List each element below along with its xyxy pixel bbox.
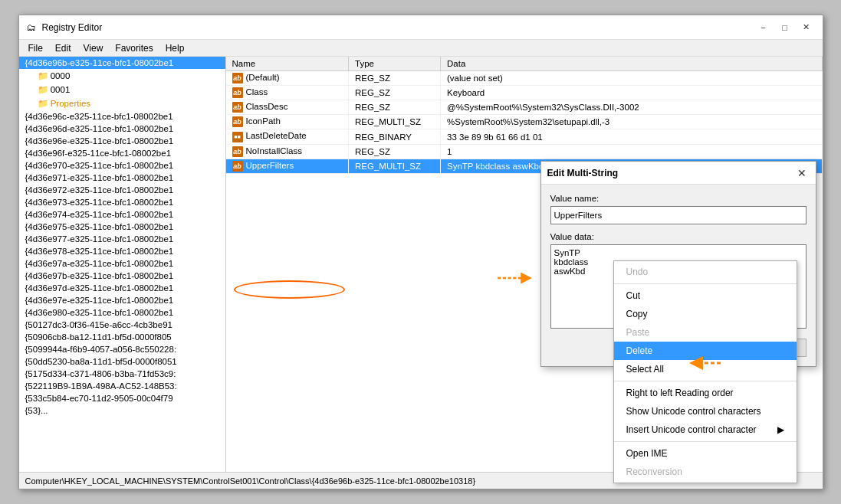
reg-icon: ab <box>232 73 243 83</box>
value-data-label: Value data: <box>550 232 807 241</box>
window-controls: − □ ✕ <box>754 20 816 35</box>
window-title: Registry Editor <box>42 22 754 33</box>
context-menu: Undo Cut Copy Paste Delete Select All Ri… <box>613 260 797 483</box>
reg-name-upperfilters: abUpperFilters <box>226 159 349 174</box>
ctx-open-ime[interactable]: Open IME <box>614 444 797 463</box>
ctx-undo: Undo <box>614 263 797 281</box>
menu-edit[interactable]: Edit <box>49 41 77 55</box>
tree-item-root[interactable]: {4d36e96b-e325-11ce-bfc1-08002be1 <box>19 57 225 69</box>
reg-data: Keyboard <box>441 86 823 100</box>
reg-icon: ab <box>232 161 243 172</box>
tree-item-50127[interactable]: {50127dc3-0f36-415e-a6cc-4cb3be91 <box>19 319 225 331</box>
tree-item-0001[interactable]: 📁 0001 <box>19 83 225 97</box>
ctx-rtl[interactable]: Right to left Reading order <box>614 384 797 402</box>
reg-name: ■■LastDeleteDate <box>226 129 349 145</box>
app-icon: 🗂 <box>25 21 38 34</box>
value-name-label: Value name: <box>550 194 807 203</box>
tree-item-97b[interactable]: {4d36e97b-e325-11ce-bfc1-08002be1 <box>19 270 225 282</box>
menu-view[interactable]: View <box>77 41 110 55</box>
tree-item-50dd5[interactable]: {50dd5230-ba8a-11d1-bf5d-0000f8051 <box>19 355 225 368</box>
tree-item-97e[interactable]: {4d36e97e-e325-11ce-bfc1-08002be1 <box>19 294 225 306</box>
dialog-title-text: Edit Multi-String <box>547 168 794 178</box>
tree-item-971[interactable]: {4d36e971-e325-11ce-bfc1-08002be1 <box>19 172 225 184</box>
tree-item-50999[interactable]: {5099944a-f6b9-4057-a056-8c550228: <box>19 343 225 355</box>
col-data: Data <box>441 57 823 71</box>
ctx-delete[interactable]: Delete <box>614 342 797 360</box>
reg-type: REG_BINARY <box>349 129 441 145</box>
tree-item-96f[interactable]: {4d36e96f-e325-11ce-bfc1-08002be1 <box>19 147 225 159</box>
table-row[interactable]: abClassDesc REG_SZ @%SystemRoot%\System3… <box>226 100 823 115</box>
tree-item-97a[interactable]: {4d36e97a-e325-11ce-bfc1-08002be1 <box>19 257 225 270</box>
tree-item-50906[interactable]: {50906cb8-ba12-11d1-bf5d-0000f805 <box>19 331 225 343</box>
tree-item-52211[interactable]: {522119B9-1B9A-498A-AC52-148B53: <box>19 380 225 392</box>
dialog-title-bar: Edit Multi-String ✕ <box>541 162 816 185</box>
reg-name: abIconPath <box>226 115 349 129</box>
reg-name: abClassDesc <box>226 100 349 115</box>
menu-help[interactable]: Help <box>159 41 191 55</box>
menu-bar: File Edit View Favorites Help <box>19 40 823 57</box>
dialog-close-button[interactable]: ✕ <box>794 165 810 181</box>
reg-type-upperfilters: REG_MULTI_SZ <box>349 159 441 174</box>
registry-table: Name Type Data ab(Default) REG_SZ (value… <box>226 57 823 174</box>
minimize-button[interactable]: − <box>754 20 774 35</box>
tree-panel[interactable]: {4d36e96b-e325-11ce-bfc1-08002be1 📁 0000… <box>19 57 226 472</box>
ctx-sep-1 <box>614 283 797 284</box>
tree-item-975[interactable]: {4d36e975-e325-11ce-bfc1-08002be1 <box>19 221 225 233</box>
reg-name: abClass <box>226 86 349 100</box>
table-row[interactable]: ■■LastDeleteDate REG_BINARY 33 3e 89 9b … <box>226 129 823 145</box>
reg-type: REG_SZ <box>349 145 441 159</box>
table-row[interactable]: abIconPath REG_MULTI_SZ %SystemRoot%\Sys… <box>226 115 823 129</box>
tree-item-978[interactable]: {4d36e978-e325-11ce-bfc1-08002be1 <box>19 245 225 257</box>
reg-name: ab(Default) <box>226 71 349 86</box>
table-row[interactable]: abClass REG_SZ Keyboard <box>226 86 823 100</box>
value-name-input[interactable] <box>550 206 807 224</box>
tree-item-96d[interactable]: {4d36e96d-e325-11ce-bfc1-08002be1 <box>19 123 225 135</box>
reg-data: 33 3e 89 9b 61 66 d1 01 <box>441 129 823 145</box>
reg-data: %SystemRoot%\System32\setupapi.dll,-3 <box>441 115 823 129</box>
ctx-show-unicode[interactable]: Show Unicode control characters <box>614 402 797 421</box>
menu-file[interactable]: File <box>22 41 49 55</box>
reg-icon: ab <box>232 87 243 98</box>
tree-item-96c[interactable]: {4d36e96c-e325-11ce-bfc1-08002be1 <box>19 110 225 123</box>
tree-item-977[interactable]: {4d36e977-e325-11ce-bfc1-08002be1 <box>19 233 225 245</box>
ctx-reconversion: Reconversion <box>614 463 797 481</box>
tree-item-more[interactable]: {53}... <box>19 404 225 417</box>
tree-item-972[interactable]: {4d36e972-e325-11ce-bfc1-08002be1 <box>19 184 225 196</box>
reg-data: 1 <box>441 145 823 159</box>
table-row[interactable]: ab(Default) REG_SZ (value not set) <box>226 71 823 86</box>
ctx-submenu-arrow: ▶ <box>777 424 784 435</box>
maximize-button[interactable]: □ <box>775 20 795 35</box>
status-text: Computer\HKEY_LOCAL_MACHINE\SYSTEM\Contr… <box>25 476 476 486</box>
close-button[interactable]: ✕ <box>797 20 816 35</box>
reg-name: abNoInstallClass <box>226 145 349 159</box>
tree-item-96e[interactable]: {4d36e96e-e325-11ce-bfc1-08002be1 <box>19 135 225 147</box>
ctx-insert-unicode[interactable]: Insert Unicode control character ▶ <box>614 421 797 439</box>
reg-type: REG_SZ <box>349 71 441 86</box>
reg-type: REG_MULTI_SZ <box>349 115 441 129</box>
ctx-copy[interactable]: Copy <box>614 305 797 323</box>
tree-item-974[interactable]: {4d36e974-e325-11ce-bfc1-08002be1 <box>19 208 225 221</box>
reg-data: @%SystemRoot%\System32\SysClass.DII,-300… <box>441 100 823 115</box>
reg-type: REG_SZ <box>349 100 441 115</box>
tree-item-97d[interactable]: {4d36e97d-e325-11ce-bfc1-08002be1 <box>19 282 225 294</box>
reg-icon: ab <box>232 116 243 127</box>
menu-favorites[interactable]: Favorites <box>109 41 159 55</box>
tree-item-973[interactable]: {4d36e973-e325-11ce-bfc1-08002be1 <box>19 196 225 208</box>
tree-item-0000[interactable]: 📁 0000 <box>19 69 225 83</box>
table-row[interactable]: abNoInstallClass REG_SZ 1 <box>226 145 823 159</box>
ctx-cut[interactable]: Cut <box>614 286 797 305</box>
ctx-paste: Paste <box>614 323 797 342</box>
col-name: Name <box>226 57 349 71</box>
reg-type: REG_SZ <box>349 86 441 100</box>
reg-icon: ab <box>232 146 243 157</box>
tree-item-5175d[interactable]: {5175d334-c371-4806-b3ba-71fd53c9: <box>19 368 225 380</box>
tree-item-980[interactable]: {4d36e980-e325-11ce-bfc1-08002be1 <box>19 306 225 319</box>
tree-item-properties[interactable]: 📁 Properties <box>19 97 225 110</box>
ctx-insert-unicode-label: Insert Unicode control character <box>626 424 757 435</box>
ctx-select-all[interactable]: Select All <box>614 360 797 378</box>
tree-item-970[interactable]: {4d36e970-e325-11ce-bfc1-08002be1 <box>19 159 225 172</box>
reg-icon-binary: ■■ <box>232 132 243 142</box>
title-bar: 🗂 Registry Editor − □ ✕ <box>19 15 823 40</box>
tree-item-533c5[interactable]: {533c5b84-ec70-11d2-9505-00c04f79 <box>19 392 225 404</box>
ctx-sep-2 <box>614 381 797 381</box>
